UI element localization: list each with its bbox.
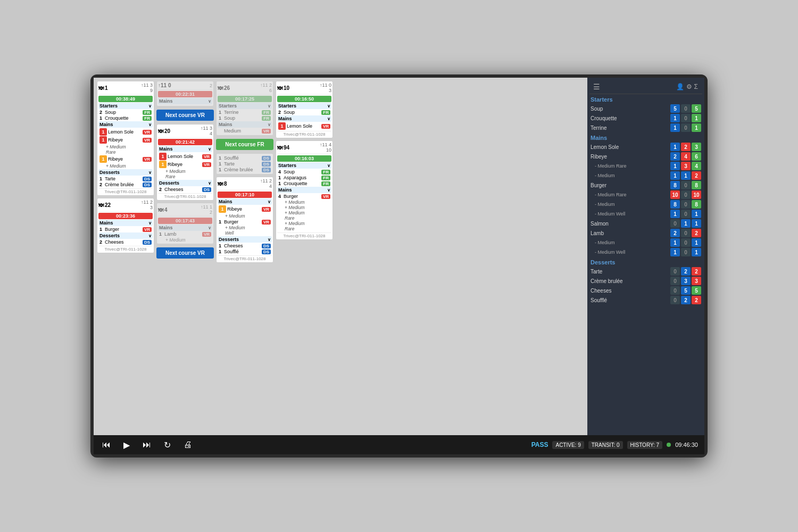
table-number-22: 🍽 22 <box>98 202 111 208</box>
footer-94: Trivec@TRI-011-1028 <box>277 232 331 238</box>
item-lemon-20: 1 Lemon Sole VR <box>158 153 212 160</box>
ticket-col-2: ↑11 0 2 00:22:31 Mains∨ Next course VR <box>156 81 214 432</box>
table-number: 🍽 1 <box>98 85 108 91</box>
meta-20: ↑11 3 4 <box>201 126 212 136</box>
summary-ribeye-mr: - Medium Rare 1 3 4 <box>589 161 702 171</box>
item-medium-26: Medium VR <box>218 128 272 134</box>
ticket-vr-dimmed: ↑11 0 2 00:22:31 Mains∨ <box>156 81 214 106</box>
summary-lemon-sole: Lemon Sole 1 2 3 <box>589 142 702 152</box>
meta-10: ↑11 0 3 <box>320 82 331 93</box>
main-area: 🍽 1 ↑11 3 9 00:38:49 Starters∨ <box>94 78 704 435</box>
active-badge: ACTIVE: 9 <box>552 441 584 449</box>
desserts-title: Desserts <box>589 259 702 265</box>
summary-creme: Crème brulée 0 3 3 <box>589 276 702 286</box>
ticket-timer: 00:38:49 <box>98 96 153 102</box>
summary-header-icons: 👤 ⚙ Σ <box>674 82 700 92</box>
starters-title: Starters <box>589 96 702 103</box>
item-burger-22: 1 Burger VR <box>98 227 153 232</box>
ticket-table8: 🍽 8 ↑11 2 4 00:17:10 Mains∨ <box>216 177 273 263</box>
tickets-area: 🍽 1 ↑11 3 9 00:38:49 Starters∨ <box>94 78 587 435</box>
starters-10[interactable]: Starters∨ <box>277 103 331 109</box>
table-num: 1 <box>105 85 108 91</box>
status-dot <box>667 443 671 447</box>
ticket-meta-22: ↑11 2 3 <box>141 200 153 210</box>
table-94: 🍽 94 <box>277 145 289 151</box>
item-tarte: 1 Tarte DS <box>98 176 153 181</box>
summary-souffle: Soufflé 0 2 2 <box>589 295 702 305</box>
ticket-table4: 🍽 4 ↑11 1 2 00:17:43 Mains∨ <box>156 203 214 244</box>
summary-tarte: Tarte 0 2 2 <box>589 267 702 276</box>
desserts-section[interactable]: Desserts∨ <box>98 169 153 176</box>
next-course-vr-btn-2[interactable]: Next course VR <box>156 247 214 259</box>
summary-burger-mr: - Medium Rare 10 0 10 <box>589 190 702 200</box>
timer-26: 00:17:25 <box>218 96 272 102</box>
summary-soup: Soup 5 0 5 <box>589 104 702 113</box>
sub-rare: Rare <box>98 149 153 155</box>
skip-fwd-btn[interactable]: ⏭ <box>140 440 153 450</box>
footer-20: Trivec@TRI-011-1028 <box>158 193 212 199</box>
person-icon: 👤 <box>676 83 684 90</box>
history-badge: HISTORY: 7 <box>627 441 663 449</box>
mains-20[interactable]: Mains∨ <box>158 146 212 152</box>
skip-back-btn[interactable]: ⏮ <box>100 440 113 450</box>
item-creme-26: 1 Crème brulée DS <box>218 167 272 172</box>
item-soup-94: 4 Soup FR <box>277 169 331 174</box>
summary-lamb-m: - Medium 1 0 1 <box>589 238 702 247</box>
mains-26[interactable]: Mains∨ <box>218 121 272 128</box>
mains-8[interactable]: Mains∨ <box>218 198 272 205</box>
desserts-20[interactable]: Desserts∨ <box>158 180 212 186</box>
mains-4[interactable]: Mains∨ <box>158 225 212 231</box>
desserts-section-22[interactable]: Desserts∨ <box>98 232 153 239</box>
next-course-vr-btn[interactable]: Next course VR <box>156 110 214 121</box>
table-10: 🍽 10 <box>277 85 289 91</box>
starters-94[interactable]: Starters∨ <box>277 162 331 169</box>
table-8: 🍽 8 <box>218 181 227 187</box>
item-creme: 2 Crème brulée DS <box>98 182 153 187</box>
refresh-btn[interactable]: ↻ <box>162 440 173 450</box>
clock: 09:46:30 <box>675 442 698 448</box>
item-lemon-10: 1 Lemon Sole VR <box>277 122 331 130</box>
desserts-8[interactable]: Desserts∨ <box>218 236 272 243</box>
meta-4: ↑11 1 2 <box>201 204 212 215</box>
item-soup: 2 Soup FR <box>98 110 153 115</box>
ticket-footer: Trivec@TRI-011-1028 <box>98 188 153 194</box>
timer-8: 00:17:10 <box>218 192 272 198</box>
item-lemon-sole: 1 Lemon Sole VR <box>98 128 153 136</box>
mains-vr[interactable]: Mains∨ <box>158 98 212 104</box>
mains-10[interactable]: Mains∨ <box>277 115 331 122</box>
mains-94[interactable]: Mains∨ <box>277 187 331 193</box>
sub-medium2: + Medium <box>98 163 153 169</box>
footer-8: Trivec@TRI-011-1028 <box>218 255 272 261</box>
play-btn[interactable]: ▶ <box>121 440 132 450</box>
ticket-col-3: 🍽 26 ↑11 2 6 00:17:25 Starters∨ <box>216 81 273 432</box>
pass-label: PASS <box>531 441 548 448</box>
transit-badge: TRANSIT: 0 <box>588 441 623 449</box>
ticket-table26: 🍽 26 ↑11 2 6 00:17:25 Starters∨ <box>216 81 273 136</box>
print-btn[interactable]: 🖨 <box>181 440 194 450</box>
table-num-22: 22 <box>105 202 111 208</box>
item-ribeye-20: 1 Ribeye VR <box>158 161 212 168</box>
mains-title: Mains <box>589 135 702 141</box>
menu-icon[interactable]: ☰ <box>592 81 602 93</box>
ticket-table94: 🍽 94 ↑11 4 10 00:16:03 Starters∨ <box>276 140 333 240</box>
ticket-col-1: 🍽 1 ↑11 3 9 00:38:49 Starters∨ <box>97 81 154 432</box>
next-course-fr-btn[interactable]: Next course FR <box>216 139 273 150</box>
summary-burger-mw: - Medium Well 1 0 1 <box>589 209 702 219</box>
ticket-26-b: 1 Soufflé DS 1 Tarte DS 1 Crème brulée <box>216 153 273 174</box>
item-soup-10: 2 Soup FR <box>277 110 331 115</box>
screen: 🍽 1 ↑11 3 9 00:38:49 Starters∨ <box>94 78 704 454</box>
summary-lamb-mw: - Medium Well 1 0 1 <box>589 247 702 257</box>
summary-panel: ☰ 👤 ⚙ Σ Starters Soup 5 0 5 Crouquette <box>587 78 704 435</box>
meta-26: ↑11 2 6 <box>260 82 272 93</box>
table-icon: 🍽 <box>98 85 104 91</box>
ticket-col-4: 🍽 10 ↑11 0 3 00:16:50 Starters∨ <box>276 81 333 432</box>
starters-26[interactable]: Starters∨ <box>218 103 272 109</box>
item-cheeses-8: 1 Cheeses DS <box>218 243 272 248</box>
starters-section[interactable]: Starters∨ <box>98 103 153 109</box>
ticket-table22: 🍽 22 ↑11 2 3 00:23:36 Mains∨ <box>97 198 154 253</box>
timer-10: 00:16:50 <box>277 96 331 102</box>
item-burger-8: 1 Burger VR <box>218 219 272 225</box>
mains-section[interactable]: Mains∨ <box>98 121 153 128</box>
ticket-table20: 🍽 20 ↑11 3 4 00:21:42 Mains∨ <box>156 124 214 201</box>
mains-section-22[interactable]: Mains∨ <box>98 220 153 226</box>
